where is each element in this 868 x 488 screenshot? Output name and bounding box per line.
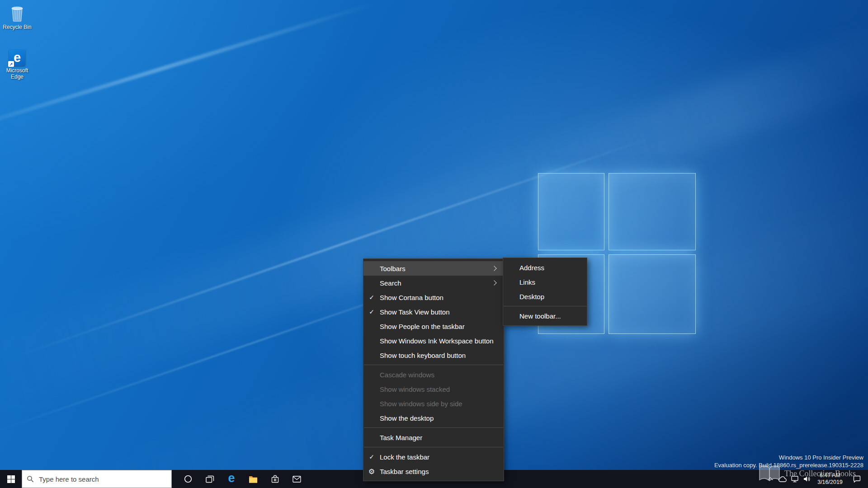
chevron-right-icon: [491, 266, 496, 271]
edge-icon: e: [228, 472, 235, 484]
chevron-right-icon: [491, 280, 496, 285]
file-explorer-icon: [249, 475, 258, 483]
menu-item-show-task-view[interactable]: ✓ Show Task View button: [363, 305, 504, 319]
task-view-button[interactable]: [199, 470, 221, 488]
windows-logo-pane: [609, 173, 696, 250]
light-beam: [0, 2, 375, 138]
file-explorer-button[interactable]: [242, 470, 264, 488]
desktop-icon-label: Recycle Bin: [3, 24, 31, 30]
desktop-icon-microsoft-edge[interactable]: e ↗ Microsoft Edge: [0, 50, 34, 80]
menu-item-cascade-windows: Cascade windows: [363, 367, 504, 382]
submenu-item-new-toolbar[interactable]: New toolbar...: [503, 309, 587, 323]
menu-separator: [364, 365, 503, 365]
insider-watermark-line1: Windows 10 Pro Insider Preview: [714, 454, 863, 461]
tray-date: 3/16/2019: [813, 479, 847, 486]
mail-icon: [292, 476, 301, 483]
menu-item-show-people[interactable]: Show People on the taskbar: [363, 319, 504, 333]
task-view-icon: [206, 475, 214, 483]
network-icon: [791, 476, 798, 483]
chevron-up-icon: [768, 477, 773, 482]
gear-icon: ⚙: [363, 467, 380, 476]
taskbar-app-icons: e: [177, 470, 307, 488]
menu-item-label: Show windows side by side: [380, 400, 499, 408]
cortana-button[interactable]: [177, 470, 199, 488]
search-input[interactable]: [38, 475, 167, 483]
action-center-button[interactable]: [847, 470, 866, 488]
insider-watermark-line2: Evaluation copy. Build 18860.rs_prerelea…: [714, 461, 863, 469]
menu-item-label: Search: [380, 279, 492, 287]
toolbars-submenu: Address Links Desktop New toolbar...: [503, 258, 587, 326]
menu-item-label: Show Windows Ink Workspace button: [380, 337, 499, 345]
menu-item-label: Show People on the taskbar: [380, 323, 499, 330]
menu-item-taskbar-settings[interactable]: ⚙ Taskbar settings: [363, 464, 504, 479]
menu-item-show-desktop[interactable]: Show the desktop: [363, 411, 504, 425]
menu-item-search[interactable]: Search: [363, 276, 504, 290]
action-center-icon: [853, 475, 861, 483]
menu-item-label: Taskbar settings: [380, 468, 499, 475]
mail-button[interactable]: [286, 470, 307, 488]
menu-item-label: Desktop: [519, 293, 582, 300]
cortana-icon: [184, 475, 192, 483]
check-icon: ✓: [363, 453, 380, 460]
menu-separator: [364, 427, 503, 428]
store-button[interactable]: [264, 470, 286, 488]
menu-item-show-windows-stacked: Show windows stacked: [363, 382, 504, 396]
menu-item-label: Address: [519, 264, 582, 272]
start-button[interactable]: [0, 470, 22, 488]
menu-item-label: Show touch keyboard button: [380, 352, 499, 359]
recycle-bin-icon: [9, 4, 25, 23]
menu-item-show-windows-side-by-side: Show windows side by side: [363, 396, 504, 411]
menu-item-show-touch-keyboard[interactable]: Show touch keyboard button: [363, 348, 504, 362]
system-tray: 6:47 AM 3/16/2019: [764, 470, 868, 488]
volume-tray-button[interactable]: [801, 470, 813, 488]
tray-show-hidden-icons-button[interactable]: [764, 470, 776, 488]
menu-item-show-cortana[interactable]: ✓ Show Cortana button: [363, 290, 504, 305]
submenu-item-desktop[interactable]: Desktop: [503, 289, 587, 304]
menu-item-label: Cascade windows: [380, 371, 499, 379]
menu-item-label: Toolbars: [380, 265, 492, 272]
edge-letter: e: [14, 51, 21, 64]
store-icon: [271, 475, 279, 483]
check-icon: ✓: [363, 308, 380, 315]
tray-time: 6:47 AM: [813, 472, 847, 479]
cloud-icon: [778, 476, 787, 482]
insider-build-watermark: Windows 10 Pro Insider Preview Evaluatio…: [714, 454, 863, 469]
speaker-icon: [803, 476, 811, 482]
menu-item-label: Show windows stacked: [380, 385, 499, 393]
menu-item-task-manager[interactable]: Task Manager: [363, 430, 504, 445]
edge-button[interactable]: e: [221, 470, 242, 488]
menu-item-show-ink-workspace[interactable]: Show Windows Ink Workspace button: [363, 333, 504, 348]
menu-item-label: Lock the taskbar: [380, 453, 499, 461]
menu-item-label: Show the desktop: [380, 414, 499, 422]
onedrive-tray-button[interactable]: [776, 470, 788, 488]
network-tray-button[interactable]: [788, 470, 801, 488]
desktop-icon-recycle-bin[interactable]: Recycle Bin: [0, 4, 34, 30]
search-icon: [27, 475, 34, 483]
menu-item-label: Task Manager: [380, 434, 499, 441]
submenu-item-address[interactable]: Address: [503, 260, 587, 275]
menu-item-label: Links: [519, 278, 582, 286]
windows-logo-icon: [7, 475, 15, 483]
menu-item-lock-taskbar[interactable]: ✓ Lock the taskbar: [363, 450, 504, 464]
desktop-icon-label: Microsoft Edge: [2, 67, 33, 80]
check-icon: ✓: [363, 294, 380, 301]
windows-logo-pane: [538, 173, 604, 250]
screen: { "desktop": { "icons": [ { "label": "Re…: [0, 0, 868, 488]
taskbar-context-menu: Toolbars Search ✓ Show Cortana button ✓ …: [363, 258, 504, 481]
menu-item-label: Show Cortana button: [380, 294, 499, 301]
taskbar-search-box[interactable]: [22, 470, 172, 488]
windows-logo-pane: [609, 254, 696, 334]
menu-item-toolbars[interactable]: Toolbars: [363, 261, 504, 276]
menu-item-label: New toolbar...: [519, 312, 582, 320]
shortcut-arrow-icon: ↗: [8, 61, 14, 67]
submenu-item-links[interactable]: Links: [503, 275, 587, 289]
edge-icon: e ↗: [9, 50, 25, 66]
menu-separator: [504, 306, 586, 306]
menu-separator: [364, 447, 503, 447]
tray-clock[interactable]: 6:47 AM 3/16/2019: [813, 470, 847, 488]
menu-item-label: Show Task View button: [380, 308, 499, 316]
